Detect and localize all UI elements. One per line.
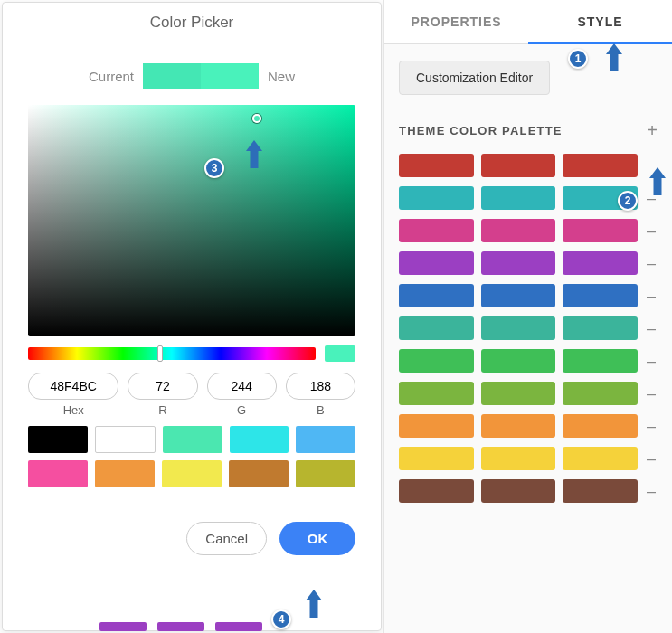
annotation-marker-4: 4 (271, 609, 291, 629)
remove-theme-row-icon[interactable]: – (645, 483, 658, 499)
color-picker-dialog: Color Picker Current New (2, 2, 382, 631)
theme-row: – (399, 349, 658, 373)
tab-properties[interactable]: PROPERTIES (384, 0, 528, 43)
preset-palette (28, 426, 355, 487)
theme-swatch[interactable] (399, 284, 474, 307)
cancel-button[interactable]: Cancel (186, 522, 267, 555)
preset-swatch[interactable] (162, 460, 222, 487)
g-label: G (237, 403, 246, 417)
annotation-arrow-1 (606, 43, 622, 72)
bottom-strip-swatch (99, 622, 147, 631)
theme-swatch[interactable] (563, 382, 638, 405)
g-input[interactable] (207, 373, 277, 400)
annotation-arrow-3 (246, 140, 262, 169)
preset-swatch[interactable] (296, 460, 355, 487)
theme-swatch[interactable] (399, 447, 474, 470)
theme-swatch[interactable] (563, 447, 638, 470)
theme-swatch[interactable] (563, 284, 638, 307)
theme-swatch[interactable] (399, 349, 474, 373)
theme-swatch[interactable] (399, 154, 474, 177)
theme-row: – (399, 382, 658, 405)
theme-row: – (399, 414, 658, 438)
theme-swatch[interactable] (399, 479, 474, 503)
preset-swatch[interactable] (230, 426, 289, 453)
theme-swatch[interactable] (399, 414, 474, 438)
remove-theme-row-icon[interactable]: – (645, 222, 658, 239)
theme-swatch[interactable] (481, 186, 556, 210)
remove-theme-row-icon[interactable]: – (645, 353, 658, 369)
b-label: B (317, 403, 325, 417)
annotation-marker-2: 2 (618, 191, 638, 211)
hex-input[interactable] (28, 373, 118, 400)
theme-row (399, 154, 658, 177)
side-panel: PROPERTIES STYLE Customization Editor TH… (383, 0, 672, 633)
preset-swatch[interactable] (28, 460, 88, 487)
theme-swatch[interactable] (481, 251, 556, 275)
preset-swatch[interactable] (296, 426, 355, 453)
theme-swatch[interactable] (563, 479, 638, 503)
hex-label: Hex (63, 403, 84, 417)
remove-theme-row-icon[interactable]: – (645, 255, 658, 271)
theme-swatch[interactable] (399, 219, 474, 242)
theme-swatch[interactable] (481, 479, 556, 503)
annotation-marker-3: 3 (204, 158, 224, 178)
theme-palette-title: THEME COLOR PALETTE (399, 124, 563, 137)
theme-swatch[interactable] (563, 349, 638, 373)
theme-swatch[interactable] (481, 219, 556, 242)
dialog-title: Color Picker (3, 3, 381, 43)
remove-theme-row-icon[interactable]: – (645, 450, 658, 467)
theme-row: – (399, 447, 658, 470)
theme-swatch[interactable] (563, 316, 638, 340)
preset-swatch[interactable] (95, 426, 156, 453)
theme-swatch[interactable] (399, 186, 474, 210)
theme-swatch[interactable] (481, 382, 556, 405)
hue-handle[interactable] (157, 345, 163, 362)
remove-theme-row-icon[interactable]: – (645, 288, 658, 304)
theme-swatch[interactable] (563, 219, 638, 242)
side-tabs: PROPERTIES STYLE (384, 0, 672, 44)
r-input[interactable] (128, 373, 197, 400)
annotation-marker-1: 1 (568, 49, 588, 69)
tab-style[interactable]: STYLE (528, 0, 672, 43)
preset-swatch[interactable] (95, 460, 155, 487)
active-tab-underline (528, 42, 672, 44)
theme-swatch[interactable] (481, 154, 556, 177)
bottom-strip-swatch (157, 622, 204, 631)
add-theme-color-icon[interactable]: + (647, 120, 658, 141)
preview-swatch (325, 345, 355, 362)
theme-row: – (399, 284, 658, 307)
annotation-arrow-4 (306, 590, 322, 619)
theme-swatch[interactable] (481, 349, 556, 373)
theme-swatch[interactable] (481, 447, 556, 470)
current-new-row: Current New (28, 63, 355, 89)
sv-handle[interactable] (252, 114, 261, 123)
hue-slider[interactable] (28, 347, 316, 360)
theme-swatch[interactable] (399, 251, 474, 275)
theme-swatch[interactable] (481, 316, 556, 340)
saturation-value-area[interactable] (28, 105, 355, 336)
ok-button[interactable]: OK (279, 522, 355, 555)
remove-theme-row-icon[interactable]: – (645, 320, 658, 336)
annotation-arrow-2 (649, 167, 666, 196)
preset-swatch[interactable] (229, 460, 289, 487)
preset-swatch[interactable] (163, 426, 222, 453)
remove-theme-row-icon[interactable]: – (645, 385, 658, 402)
theme-swatch[interactable] (481, 414, 556, 438)
theme-row: – (399, 251, 658, 275)
theme-swatch[interactable] (563, 154, 638, 177)
current-swatch (143, 63, 201, 89)
remove-theme-row-icon[interactable]: – (645, 418, 658, 434)
b-input[interactable] (286, 373, 355, 400)
theme-swatch[interactable] (481, 284, 556, 307)
r-label: R (158, 403, 166, 417)
new-swatch (201, 63, 259, 89)
customization-editor-button[interactable]: Customization Editor (399, 61, 550, 95)
theme-row: – (399, 479, 658, 503)
bottom-strip-swatch (215, 622, 262, 631)
preset-swatch[interactable] (28, 426, 88, 453)
theme-swatch[interactable] (399, 382, 474, 405)
current-label: Current (89, 69, 134, 84)
theme-swatch[interactable] (563, 414, 638, 438)
theme-swatch[interactable] (563, 251, 638, 275)
theme-swatch[interactable] (399, 316, 474, 340)
